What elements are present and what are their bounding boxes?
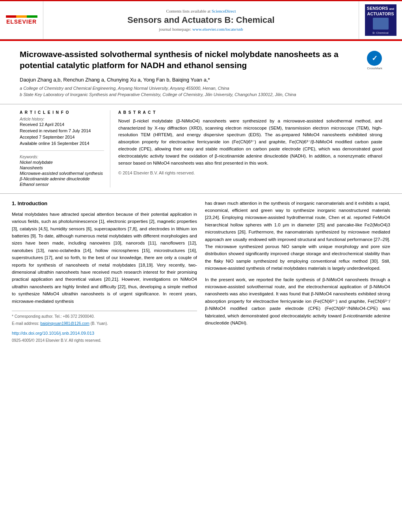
accepted-date: Accepted 7 September 2014 xyxy=(20,135,104,139)
keyword-1: Nickel molybdate xyxy=(20,160,104,165)
affiliations: a College of Chemistry and Chemical Engi… xyxy=(20,85,382,98)
doi-area: http://dx.doi.org/10.1016/j.snb.2014.09.… xyxy=(12,330,197,344)
article-info-panel: A R T I C L E I N F O Article history: R… xyxy=(20,110,110,187)
article-info-title: A R T I C L E I N F O xyxy=(20,110,104,115)
issn-line: 0925-4005/© 2014 Elsevier B.V. All right… xyxy=(12,338,101,343)
article-header: ✓ CrossMark Microwave-assisted solvother… xyxy=(0,41,402,104)
keyword-5: Ethanol sensor xyxy=(20,182,104,187)
abstract-text: Novel β-nickel molybdate (β-NiMoO4) nano… xyxy=(118,118,382,167)
author-list: Daojun Zhang a,b, Renchun Zhang a, Chuny… xyxy=(20,77,382,83)
sensors-logo-sub: B: Chemical xyxy=(372,32,388,34)
crossmark-badge: ✓ CrossMark xyxy=(367,51,382,70)
keyword-3: Microwave-assisted solvothermal synthesi… xyxy=(20,171,104,176)
received-date: Received 12 April 2014 xyxy=(20,122,104,127)
info-abstract-section: A R T I C L E I N F O Article history: R… xyxy=(0,104,402,194)
footnote-email: E-mail address: baiqingyuan1981@126.com … xyxy=(12,321,197,327)
keywords-block: Keywords: Nickel molybdate Nanosheets Mi… xyxy=(20,155,104,187)
sensors-logo-box: SENSORS andACTUATORS B: Chemical xyxy=(365,4,396,36)
journal-homepage-link[interactable]: www.elsevier.com/locate/snb xyxy=(192,27,243,32)
right-column: has drawn much attention in the synthesi… xyxy=(205,200,390,344)
sciencedirect-line: Contents lists available at ScienceDirec… xyxy=(166,9,236,13)
affiliation-b: b State Key Laboratory of Inorganic Synt… xyxy=(20,91,382,98)
intro-heading: 1. Introduction xyxy=(12,200,197,208)
sciencedirect-link[interactable]: ScienceDirect xyxy=(212,9,236,13)
intro-paragraph-3: In the present work, we reported the fac… xyxy=(205,276,390,327)
body-content: 1. Introduction Metal molybdates have at… xyxy=(0,194,402,350)
available-date: Available online 16 September 2014 xyxy=(20,141,104,146)
journal-homepage-line: journal homepage: www.elsevier.com/locat… xyxy=(159,27,243,32)
abstract-title: A B S T R A C T xyxy=(118,110,382,115)
article-title: Microwave-assisted solvothermal synthesi… xyxy=(20,49,382,71)
elsevier-text: ELSEVIER xyxy=(6,19,37,25)
abstract-section: A B S T R A C T Novel β-nickel molybdate… xyxy=(118,110,382,187)
keywords-label: Keywords: xyxy=(20,155,104,159)
keyword-2: Nanosheets xyxy=(20,165,104,170)
doi-link[interactable]: http://dx.doi.org/10.1016/j.snb.2014.09.… xyxy=(12,331,94,336)
sensors-logo: SENSORS andACTUATORS B: Chemical xyxy=(359,1,402,39)
history-label: Article history: xyxy=(20,117,104,121)
elsevier-logo: ELSEVIER xyxy=(0,1,43,39)
intro-paragraph-1: Metal molybdates have attracted special … xyxy=(12,211,197,305)
copyright-line: © 2014 Elsevier B.V. All rights reserved… xyxy=(118,171,382,175)
journal-title: Sensors and Actuators B: Chemical xyxy=(127,15,274,25)
journal-info-center: Contents lists available at ScienceDirec… xyxy=(43,1,359,39)
footnote-star: * Corresponding author. Tel.: +86 372 29… xyxy=(12,313,197,320)
affiliation-a: a College of Chemistry and Chemical Engi… xyxy=(20,85,382,92)
sensors-logo-image xyxy=(373,18,389,30)
left-column: 1. Introduction Metal molybdates have at… xyxy=(12,200,197,344)
journal-header: ELSEVIER Contents lists available at Sci… xyxy=(0,0,402,41)
revised-date: Received in revised form 7 July 2014 xyxy=(20,128,104,133)
sensors-actuators-title: SENSORS andACTUATORS xyxy=(367,6,394,16)
email-link[interactable]: baiqingyuan1981@126.com xyxy=(40,321,89,326)
article-history: Article history: Received 12 April 2014 … xyxy=(20,117,104,146)
elsevier-stripe xyxy=(6,15,37,18)
keyword-4: β-Nicotinamide adenine dinucleotide xyxy=(20,176,104,181)
crossmark-circle: ✓ xyxy=(367,51,382,66)
intro-paragraph-2: has drawn much attention in the synthesi… xyxy=(205,200,390,272)
